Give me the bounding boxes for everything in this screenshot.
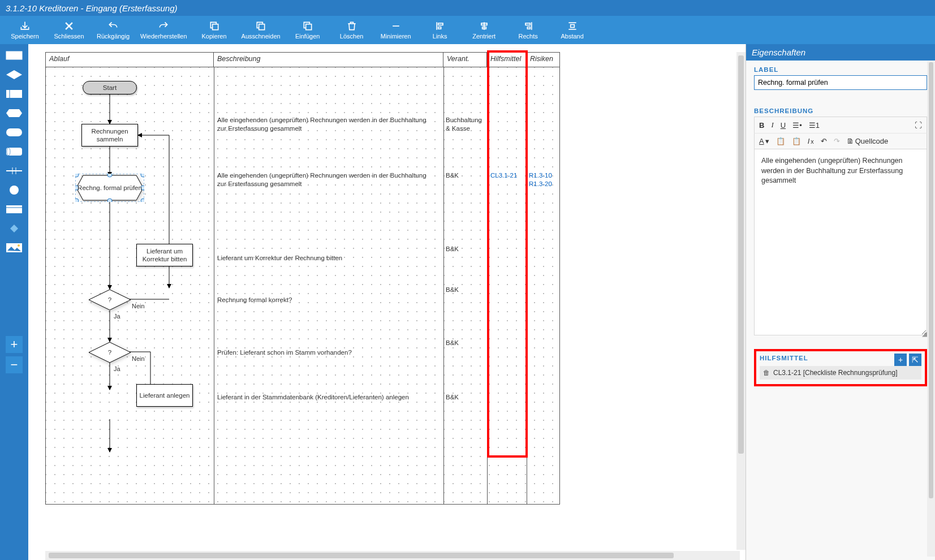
redo-rte-button[interactable]: ↷ bbox=[834, 137, 840, 145]
svg-rect-0 bbox=[212, 24, 218, 30]
zoom-out-button[interactable]: − bbox=[6, 356, 23, 373]
desc-r6: Lieferant in der Stammdatenbank (Kredito… bbox=[217, 393, 411, 402]
bullet-list-button[interactable]: ☰• bbox=[792, 121, 802, 130]
node-decision-1[interactable]: ? bbox=[88, 289, 131, 311]
column-verant: Verant. bbox=[443, 53, 487, 67]
fullscreen-button[interactable]: ⛶ bbox=[915, 121, 922, 130]
desc-r3: Lieferant um Korrektur der Rechnung bitt… bbox=[217, 254, 344, 262]
verant-r2: B&K bbox=[446, 171, 461, 180]
canvas-horizontal-scrollbar[interactable] bbox=[45, 551, 740, 560]
numbered-list-button[interactable]: ☰1 bbox=[809, 121, 820, 130]
hilfsmittel-item-label: CL3.1-21 [Checkliste Rechnungsprüfung] bbox=[773, 369, 897, 377]
delete-button[interactable]: Löschen bbox=[335, 20, 369, 40]
desc-r4: Rechnung formal korrekt? bbox=[217, 296, 294, 304]
desc-r2: Alle eingehenden (ungeprüften) Rechnunge… bbox=[217, 171, 438, 188]
align-left-button[interactable]: Links bbox=[423, 20, 457, 40]
risk-r2-2[interactable]: R1.3-20 bbox=[529, 180, 554, 188]
zoom-in-button[interactable]: + bbox=[6, 336, 23, 353]
svg-marker-11 bbox=[6, 70, 22, 79]
label-nein-1: Nein bbox=[132, 303, 145, 309]
label-nein-2: Nein bbox=[132, 355, 145, 362]
node-decision-2[interactable]: ? bbox=[88, 342, 131, 363]
undo-button[interactable]: Rückgängig bbox=[96, 20, 130, 40]
source-button[interactable]: 🗎 Quellcode bbox=[847, 137, 889, 145]
svg-rect-8 bbox=[527, 27, 530, 29]
close-button[interactable]: Schliessen bbox=[52, 20, 86, 40]
verant-r6: B&K bbox=[446, 393, 461, 402]
svg-rect-10 bbox=[6, 51, 22, 59]
redo-button[interactable]: Wiederherstellen bbox=[140, 20, 187, 40]
text-color-button[interactable]: A▾ bbox=[759, 137, 769, 145]
label-input[interactable] bbox=[754, 75, 927, 90]
shape-link-icon[interactable] bbox=[5, 165, 24, 176]
shape-process-icon[interactable] bbox=[5, 88, 24, 100]
svg-rect-12 bbox=[6, 90, 22, 98]
underline-button[interactable]: U bbox=[781, 121, 786, 130]
undo-rte-button[interactable]: ↶ bbox=[821, 137, 827, 145]
svg-rect-3 bbox=[438, 23, 442, 25]
paste-word-button[interactable]: 📋 bbox=[792, 137, 801, 145]
cut-button[interactable]: Ausschneiden bbox=[242, 20, 281, 40]
shape-small-diamond-icon[interactable] bbox=[5, 223, 24, 234]
svg-marker-14 bbox=[6, 109, 22, 117]
node-lieferant-anlegen[interactable]: Lieferant anlegen bbox=[136, 384, 193, 407]
trash-icon[interactable]: 🗑 bbox=[763, 369, 770, 377]
add-hilfsmittel-button[interactable]: + bbox=[894, 354, 907, 366]
spacing-button[interactable]: Abstand bbox=[555, 20, 589, 40]
svg-rect-7 bbox=[525, 23, 530, 25]
verant-r3: B&K bbox=[446, 245, 461, 253]
hilfsmittel-section: HILFSMITTEL + ⇱ 🗑 CL3.1-21 [Checkliste R… bbox=[754, 349, 927, 386]
label-ja-2: Ja bbox=[114, 365, 120, 372]
svg-rect-15 bbox=[6, 128, 22, 136]
shape-rounded-icon[interactable] bbox=[5, 127, 24, 138]
canvas-vertical-scrollbar[interactable] bbox=[736, 52, 746, 550]
label-section-title: LABEL bbox=[754, 66, 927, 73]
window-title: 3.1.2-10 Kreditoren - Eingang (Ersterfas… bbox=[0, 0, 935, 16]
paste-plain-button[interactable]: 📋 bbox=[776, 137, 785, 145]
svg-marker-24 bbox=[10, 225, 18, 232]
shape-rect-icon[interactable] bbox=[5, 50, 24, 61]
italic-button[interactable]: I bbox=[771, 120, 773, 130]
shape-palette: + − bbox=[0, 44, 28, 560]
node-rechnungen-sammeln[interactable]: Rechnungen sammeln bbox=[81, 124, 138, 147]
rich-text-toolbar: B I U ☰• ☰1 ⛶ bbox=[754, 117, 927, 133]
shape-data-icon[interactable] bbox=[5, 146, 24, 157]
column-ablauf: Ablauf bbox=[46, 53, 214, 67]
shape-hexagon-icon[interactable] bbox=[5, 107, 24, 119]
toolbar: Speichern Schliessen Rückgängig Wiederhe… bbox=[0, 16, 935, 44]
shape-image-icon[interactable] bbox=[5, 242, 24, 253]
link-hilfsmittel-button[interactable]: ⇱ bbox=[909, 354, 921, 366]
hilfsmittel-item[interactable]: 🗑 CL3.1-21 [Checkliste Rechnungsprüfung] bbox=[760, 366, 921, 380]
node-lieferant-korrektur[interactable]: Lieferant um Korrektur bitten bbox=[136, 244, 193, 266]
copy-button[interactable]: Kopieren bbox=[197, 20, 231, 40]
panel-vertical-scrollbar[interactable] bbox=[927, 61, 935, 557]
node-rechng-formal-pruefen-selected[interactable]: Rechng. formal prüfen bbox=[75, 174, 144, 202]
svg-point-27 bbox=[18, 244, 20, 247]
svg-rect-2 bbox=[305, 24, 311, 30]
resize-grip-icon[interactable]: ◢ bbox=[922, 330, 927, 338]
desc-section-title: BESCHREIBUNG bbox=[754, 107, 927, 114]
paste-button[interactable]: Einfügen bbox=[291, 20, 325, 40]
diagram-canvas[interactable]: Ablauf Beschreibung Verant. Hilfsmittel … bbox=[28, 44, 746, 560]
bold-button[interactable]: B bbox=[759, 121, 764, 130]
properties-panel: Eigenschaften LABEL BESCHREIBUNG B I U ☰… bbox=[746, 44, 935, 560]
risk-r2-1[interactable]: R1.3-10 bbox=[529, 171, 554, 180]
swimlane-headers: Ablauf Beschreibung Verant. Hilfsmittel … bbox=[46, 53, 559, 67]
label-ja-1: Ja bbox=[114, 313, 120, 320]
align-right-button[interactable]: Rechts bbox=[511, 20, 545, 40]
svg-rect-4 bbox=[438, 27, 441, 29]
node-start[interactable]: Start bbox=[83, 81, 137, 94]
column-beschreibung: Beschreibung bbox=[214, 53, 443, 67]
svg-point-21 bbox=[10, 186, 19, 195]
shape-circle-icon[interactable] bbox=[5, 184, 24, 196]
minimize-button[interactable]: Minimieren bbox=[379, 20, 413, 40]
align-center-button[interactable]: Zentriert bbox=[467, 20, 501, 40]
description-editor[interactable]: Alle eingehenden (ungeprüften) Rechnunge… bbox=[754, 149, 927, 335]
properties-title: Eigenschaften bbox=[746, 44, 935, 61]
column-risiken: Risiken bbox=[527, 53, 559, 67]
svg-rect-1 bbox=[259, 24, 265, 30]
clear-format-button[interactable]: Ix bbox=[808, 137, 814, 145]
save-button[interactable]: Speichern bbox=[8, 20, 42, 40]
shape-diamond-icon[interactable] bbox=[5, 69, 24, 80]
shape-card-icon[interactable] bbox=[5, 204, 24, 215]
